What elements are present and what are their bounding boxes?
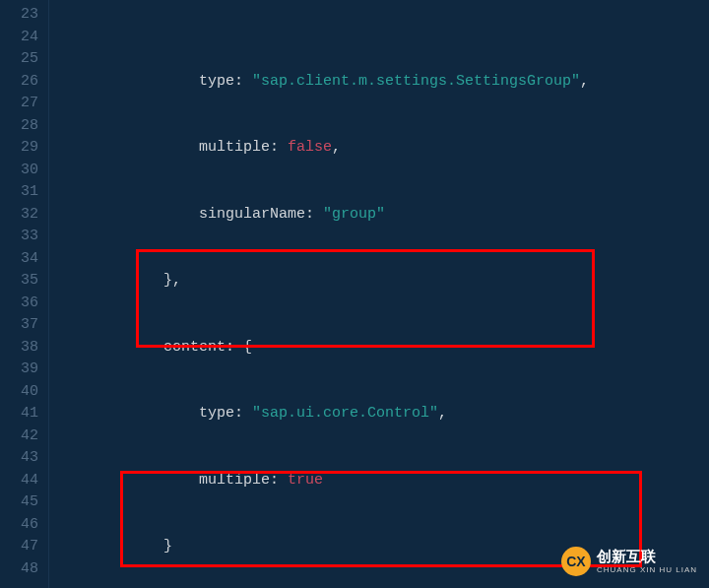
line-number: 42 [6, 425, 38, 448]
line-number: 46 [6, 514, 38, 537]
line-number: 28 [6, 115, 38, 138]
code-line[interactable]: multiple: false, [57, 137, 709, 160]
line-number: 29 [6, 137, 38, 160]
line-number: 24 [6, 27, 38, 49]
code-line[interactable]: multiple: true [57, 470, 709, 492]
code-line[interactable]: singularName: "group" [57, 204, 709, 227]
line-number: 39 [6, 359, 38, 381]
line-number: 25 [6, 48, 38, 71]
line-number: 34 [6, 248, 38, 271]
line-number: 38 [6, 337, 38, 359]
line-number: 36 [6, 293, 38, 315]
line-number: 35 [6, 270, 38, 293]
code-line[interactable]: type: "sap.client.m.settings.SettingsGro… [57, 71, 709, 94]
code-line[interactable]: type: "sap.ui.core.Control", [57, 403, 709, 425]
line-number: 48 [6, 558, 38, 581]
line-number: 30 [6, 160, 38, 182]
code-editor[interactable]: 2324252627282930313233343536373839404142… [0, 0, 709, 588]
highlight-box [136, 249, 595, 348]
line-number: 27 [6, 93, 38, 115]
code-line[interactable]: } [57, 536, 709, 558]
line-number: 44 [6, 470, 38, 492]
line-number: 45 [6, 491, 38, 514]
line-number: 41 [6, 403, 38, 425]
line-number: 47 [6, 536, 38, 558]
gutter: 2324252627282930313233343536373839404142… [0, 0, 49, 588]
line-number: 33 [6, 226, 38, 248]
code-area[interactable]: type: "sap.client.m.settings.SettingsGro… [49, 0, 709, 588]
line-number: 40 [6, 381, 38, 404]
line-number: 32 [6, 204, 38, 227]
line-number: 31 [6, 181, 38, 204]
code-line[interactable]: content: { [57, 337, 709, 359]
line-number: 43 [6, 447, 38, 470]
line-number: 26 [6, 71, 38, 94]
code-line[interactable]: }, [57, 270, 709, 293]
line-number: 23 [6, 4, 38, 27]
line-number: 37 [6, 314, 38, 337]
